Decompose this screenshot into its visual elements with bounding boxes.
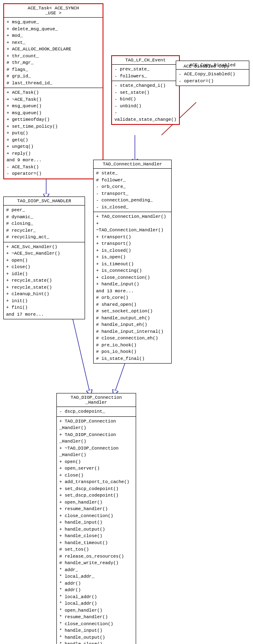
tao-diop-connection-handler-methods: + TAO_DIOP_Connection _Handler() + TAO_D… [57,417,136,644]
tao-diop-connection-handler-title: TAO_DIOP_Connection_Handler [57,393,136,407]
tao-lf-ch-event-methods: - state_changed_i() - set_state() - bind… [112,81,179,124]
ace-disabled-copy-label: ACE Disabled Copy [184,64,229,69]
tao-lf-ch-event-attributes: - prev_state_ - followers_ [112,65,179,81]
tao-connection-handler-methods: + TAO_Connection_Handler() + ~TAO_Connec… [94,212,171,363]
tao-diop-svc-handler-attributes: # peer_ # dynamic_ # closing_ # recycler… [4,206,85,242]
ace-task-methods: + ACE_Task() + ~ACE_Task() + msg_queue()… [4,88,103,179]
tao-connection-handler-title: TAO_Connection_Handler [94,160,171,169]
tao-lf-ch-event-title: TAO_LF_CH_Event [112,56,179,65]
tao-diop-connection-handler-box: TAO_DIOP_Connection_Handler - dscp_codep… [56,393,136,644]
tao-connection-handler-box: TAO_Connection_Handler # state_ # follow… [93,160,172,364]
tao-diop-svc-handler-box: TAO_DIOP_SVC_HANDLER # peer_ # dynamic_ … [3,197,85,319]
tao-connection-handler-attributes: # state_ # follower_ - orb_core_ - trans… [94,169,171,212]
ace-copy-disabled-methods: - ACE_Copy_Disabled() - operator=() [176,70,249,86]
tao-diop-svc-handler-title: TAO_DIOP_SVC_HANDLER [4,197,85,206]
ace-task-box: ACE_Task< ACE_SYNCH_USE > + msg_queue_ +… [3,3,103,179]
tao-lf-ch-event-box: TAO_LF_CH_Event - prev_state_ - follower… [111,55,180,125]
ace-task-attributes: + msg_queue_ + delete_msg_queue_ + mod_ … [4,18,103,88]
ace-task-title: ACE_Task< ACE_SYNCH_USE > [4,4,103,18]
tao-diop-connection-handler-attributes: - dscp_codepoint_ [57,407,136,417]
tao-diop-svc-handler-methods: + ACE_Svc_Handler() + ~ACE_Svc_Handler()… [4,242,85,319]
uml-diagram: ACE_Task< ACE_SYNCH_USE > + msg_queue_ +… [0,0,253,644]
